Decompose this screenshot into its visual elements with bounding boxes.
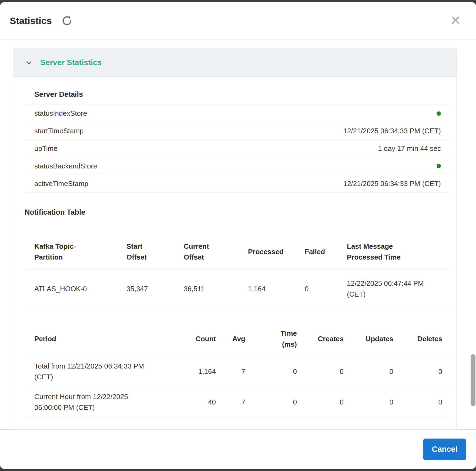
column-header: Count: [154, 321, 223, 356]
close-icon: [450, 14, 461, 27]
detail-value: 12/21/2025 06:34:33 PM (CET): [343, 127, 441, 135]
modal-header: Statistics: [0, 2, 476, 39]
chevron-down-icon: [25, 58, 33, 67]
modal-footer: Cancel: [0, 429, 476, 469]
cell-updates: 0: [350, 387, 400, 417]
column-header: Start Offset: [117, 234, 174, 270]
cell-avg: 7: [223, 356, 252, 387]
scrollbar-thumb[interactable]: [471, 354, 475, 406]
detail-key: activeTimeStamp: [34, 180, 88, 188]
refresh-icon: [62, 15, 72, 26]
period-stats-table: Period Count Avg Time (ms) Creates Updat…: [25, 321, 449, 417]
table-row: activeTimeStamp 12/21/2025 06:34:33 PM (…: [25, 175, 449, 193]
server-details-table: statusIndexStore startTimeStamp 12/21/20…: [25, 105, 449, 193]
server-statistics-header[interactable]: Server Statistics: [13, 49, 456, 77]
column-header: Failed: [295, 234, 337, 270]
column-header: Creates: [304, 321, 350, 356]
table-row: Current Hour from 12/22/2025 06:00:00 PM…: [25, 387, 449, 417]
close-button[interactable]: [449, 14, 462, 27]
column-header: Processed: [238, 234, 295, 270]
notification-table-heading: Notification Table: [25, 208, 449, 217]
modal-body: Server Statistics Server Details statusI…: [0, 40, 476, 429]
cell-creates: 0: [304, 356, 350, 387]
status-up-indicator: [437, 111, 441, 116]
detail-value: 1 day 17 min 44 sec: [378, 144, 441, 153]
cell-deletes: 0: [400, 356, 449, 387]
cancel-button[interactable]: Cancel: [423, 439, 466, 460]
modal-title: Statistics: [10, 15, 52, 26]
column-header: Avg: [223, 321, 252, 356]
cell-avg: 7: [223, 387, 252, 417]
cell-period: Total from 12/21/2025 06:34:33 PM (CET): [25, 356, 154, 387]
column-header: Last Message Processed Time: [337, 234, 449, 270]
statistics-modal: Statistics: [0, 2, 476, 469]
column-header: Period: [25, 321, 154, 356]
cell-start-offset: 35,347: [117, 270, 174, 308]
cell-count: 1,164: [154, 356, 223, 387]
cell-time-ms: 0: [252, 387, 304, 417]
cell-time-ms: 0: [252, 356, 304, 387]
server-statistics-panel: Server Statistics Server Details statusI…: [13, 48, 457, 429]
server-statistics-body: Server Details statusIndexStore startTim…: [13, 77, 456, 428]
column-header: Deletes: [400, 321, 449, 356]
cell-creates: 0: [304, 387, 350, 417]
cell-processed: 1,164: [238, 270, 295, 308]
cell-current-offset: 36,511: [174, 270, 238, 308]
table-row: statusIndexStore: [25, 105, 449, 122]
detail-key: upTime: [34, 144, 58, 153]
server-details-heading: Server Details: [34, 90, 449, 99]
table-header-row: Kafka Topic-Partition Start Offset Curre…: [25, 234, 449, 270]
column-header: Kafka Topic-Partition: [25, 234, 117, 270]
detail-key: statusBackendStore: [34, 162, 97, 170]
section-title: Server Statistics: [40, 58, 102, 67]
detail-key: startTimeStamp: [34, 127, 84, 135]
detail-key: statusIndexStore: [34, 109, 87, 118]
table-row: Total from 12/21/2025 06:34:33 PM (CET) …: [25, 356, 449, 387]
table-row: ATLAS_HOOK-0 35,347 36,511 1,164 0 12/22…: [25, 270, 449, 308]
cell-topic: ATLAS_HOOK-0: [25, 270, 117, 308]
table-header-row: Period Count Avg Time (ms) Creates Updat…: [25, 321, 449, 356]
cell-last-message-time: 12/22/2025 06:47:44 PM (CET): [337, 270, 449, 308]
column-header: Updates: [350, 321, 400, 356]
cell-updates: 0: [350, 356, 400, 387]
column-header: Current Offset: [174, 234, 238, 270]
cell-period: Current Hour from 12/22/2025 06:00:00 PM…: [25, 387, 154, 417]
kafka-topic-table: Kafka Topic-Partition Start Offset Curre…: [25, 234, 449, 308]
detail-value: 12/21/2025 06:34:33 PM (CET): [343, 180, 441, 188]
cell-failed: 0: [295, 270, 337, 308]
column-header: Time (ms): [252, 321, 304, 356]
table-row: statusBackendStore: [25, 157, 449, 175]
cell-deletes: 0: [400, 387, 449, 417]
table-row: upTime 1 day 17 min 44 sec: [25, 140, 449, 157]
status-up-indicator: [437, 164, 441, 168]
cell-count: 40: [154, 387, 223, 417]
refresh-button[interactable]: [61, 15, 73, 27]
table-row: startTimeStamp 12/21/2025 06:34:33 PM (C…: [25, 122, 449, 140]
